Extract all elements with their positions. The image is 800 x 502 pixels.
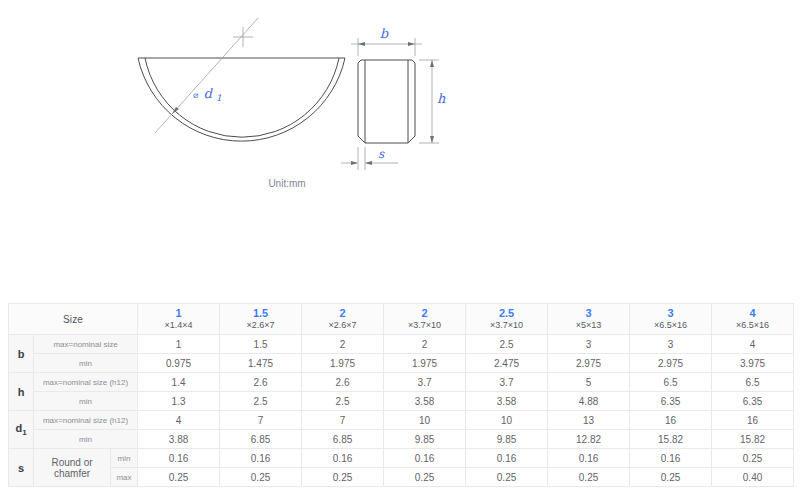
spec-value-cell: 1.975 [302,354,384,373]
spec-value-cell: 3.88 [138,430,220,449]
spec-value-cell: 0.25 [220,468,302,487]
row-label-b-min: min [34,354,138,373]
size-column-header: 1×1.4×4 [138,304,220,335]
size-corner-cell: Size [9,304,138,335]
spec-value-cell: 6.35 [712,392,794,411]
spec-value-cell: 1.475 [220,354,302,373]
technical-drawing: ⌀ d 1 b h [0,0,800,303]
row-label-h-max: max=nominal size (h12) [34,373,138,392]
spec-value-cell: 0.16 [138,449,220,468]
spec-value-cell: 1.975 [384,354,466,373]
spec-value-cell: 0.16 [302,449,384,468]
size-column-header: 2×2.6×7 [302,304,384,335]
table-row-h-max: h max=nominal size (h12) 1.42.62.63.73.7… [9,373,794,392]
spec-value-cell: 3.7 [466,373,548,392]
spec-value-cell: 10 [384,411,466,430]
spec-value-cell: 5 [548,373,630,392]
spec-value-cell: 15.82 [712,430,794,449]
spec-value-cell: 3.7 [384,373,466,392]
spec-value-cell: 2.975 [548,354,630,373]
table-row-d1-min: min 3.886.856.859.859.8512.8215.8215.82 [9,430,794,449]
spec-value-cell: 12.82 [548,430,630,449]
spec-value-cell: 1.4 [138,373,220,392]
spec-value-cell: 0.16 [630,449,712,468]
d1-arrowhead [172,107,179,114]
spec-value-cell: 6.85 [220,430,302,449]
spec-value-cell: 1.5 [220,335,302,354]
spec-value-cell: 0.16 [220,449,302,468]
row-label-d1-min: min [34,430,138,449]
spec-value-cell: 0.25 [138,468,220,487]
table-row-s-min: s Round or chamfer min 0.160.160.160.160… [9,449,794,468]
table-row-h-min: min 1.32.52.53.583.584.886.356.35 [9,392,794,411]
spec-value-cell: 2 [302,335,384,354]
spec-value-cell: 2.5 [220,392,302,411]
key-section-view: b h s [341,26,446,170]
spec-value-cell: 16 [630,411,712,430]
spec-value-cell: 3.975 [712,354,794,373]
spec-value-cell: 0.16 [466,449,548,468]
spec-value-cell: 2.975 [630,354,712,373]
woodruff-key-drawing: ⌀ d 1 b h [0,0,800,303]
spec-value-cell: 0.25 [548,468,630,487]
spec-value-cell: 3.58 [384,392,466,411]
spec-value-cell: 16 [712,411,794,430]
spec-value-cell: 9.85 [466,430,548,449]
key-inner-arc [145,58,339,137]
spec-value-cell: 0.16 [384,449,466,468]
size-spec-table: Size 1×1.4×41.5×2.6×72×2.6×72×3.7×102.5×… [8,303,794,487]
spec-value-cell: 2 [384,335,466,354]
table-row-b-min: min 0.9751.4751.9751.9752.4752.9752.9753… [9,354,794,373]
size-column-header: 2.5×3.7×10 [466,304,548,335]
s-dimension-label: s [378,147,385,161]
size-column-header: 1.5×2.6×7 [220,304,302,335]
d1-leader-line [155,18,258,133]
table-row-s-max: max 0.250.250.250.250.250.250.250.40 [9,468,794,487]
spec-value-cell: 15.82 [630,430,712,449]
spec-value-cell: 2.6 [302,373,384,392]
section-outline [358,60,415,143]
row-group-b: b [9,335,34,373]
spec-value-cell: 10 [466,411,548,430]
row-label-b-max: max=nominal size [34,335,138,354]
spec-value-cell: 4 [712,335,794,354]
table-row-d1-max: d1 max=nominal size (h12) 4771010131616 [9,411,794,430]
h-arrow-bottom [430,136,434,143]
unit-label: Unit:mm [268,178,305,189]
row-label-h-min: min [34,392,138,411]
spec-value-cell: 3 [630,335,712,354]
spec-value-cell: 7 [302,411,384,430]
size-column-header: 4×6.5×16 [712,304,794,335]
h-dimension-label: h [437,91,446,106]
spec-value-cell: 2.5 [466,335,548,354]
spec-value-cell: 9.85 [384,430,466,449]
s-arrow-right [365,161,372,165]
row-label-s-max: max [111,468,138,487]
spec-value-cell: 2.6 [220,373,302,392]
table-header-row: Size 1×1.4×41.5×2.6×72×2.6×72×3.7×102.5×… [9,304,794,335]
spec-value-cell: 6.5 [630,373,712,392]
table-row-b-max: b max=nominal size 11.5222.5334 [9,335,794,354]
b-arrow-left [358,42,365,46]
spec-value-cell: 0.40 [712,468,794,487]
spec-value-cell: 3 [548,335,630,354]
spec-value-cell: 6.5 [712,373,794,392]
key-outer-outline [138,58,345,141]
spec-value-cell: 4.88 [548,392,630,411]
b-arrow-right [408,42,415,46]
row-label-d1-max: max=nominal size (h12) [34,411,138,430]
row-group-s: s [9,449,34,487]
row-label-s-min: min [111,449,138,468]
spec-value-cell: 4 [138,411,220,430]
spec-value-cell: 0.25 [384,468,466,487]
row-group-h: h [9,373,34,411]
h-arrow-top [430,60,434,67]
spec-value-cell: 0.16 [548,449,630,468]
row-label-round-or-chamfer: Round or chamfer [34,449,111,487]
d1-dimension-label: ⌀ d 1 [193,86,222,103]
spec-value-cell: 0.25 [630,468,712,487]
spec-value-cell: 2.5 [302,392,384,411]
size-column-header: 3×6.5×16 [630,304,712,335]
spec-value-cell: 1.3 [138,392,220,411]
size-column-header: 3×5×13 [548,304,630,335]
